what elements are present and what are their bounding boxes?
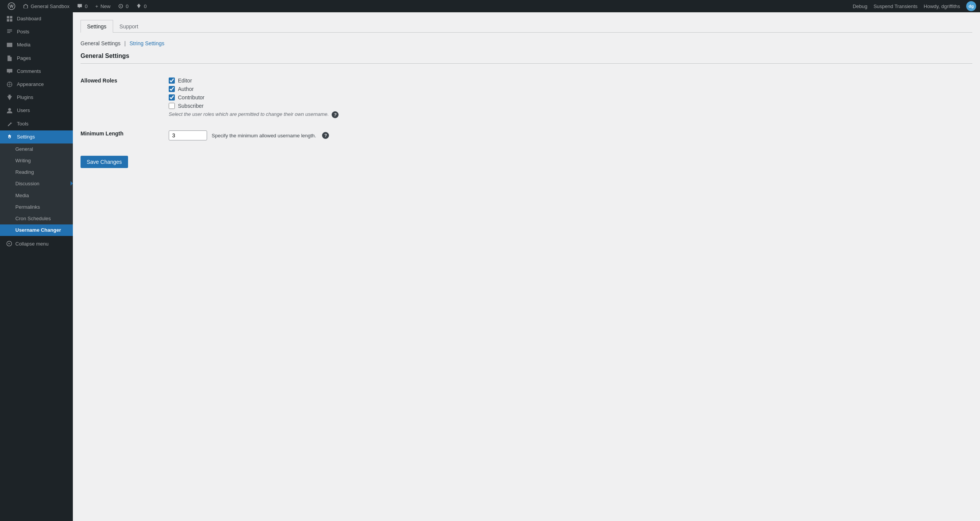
submenu-item-discussion[interactable]: Discussion [0, 178, 73, 190]
sidebar-label-posts: Posts [17, 28, 30, 35]
admin-bar: W General Sandbox 0 + New 0 0 Debug Susp… [0, 0, 980, 12]
admin-sidebar: Dashboard Posts Media Pages [0, 12, 73, 521]
role-subscriber-checkbox[interactable] [169, 103, 175, 109]
collapse-label: Collapse menu [15, 241, 49, 247]
minimum-length-label: Minimum Length [81, 124, 165, 147]
main-content: Settings Support General Settings | Stri… [73, 12, 980, 521]
tab-bar: Settings Support [81, 20, 972, 33]
admin-menu: Dashboard Posts Media Pages [0, 12, 73, 236]
role-author-checkbox[interactable] [169, 86, 175, 92]
minimum-length-help-icon[interactable]: ? [322, 132, 329, 139]
site-name: General Sandbox [31, 3, 69, 9]
save-changes-button[interactable]: Save Changes [81, 156, 128, 168]
comments-count: 0 [85, 3, 87, 9]
howdy-label: Howdy, dgriffiths [924, 3, 960, 9]
sidebar-label-media: Media [17, 41, 30, 48]
allowed-roles-help-icon[interactable]: ? [332, 111, 339, 118]
submenu-item-username-changer[interactable]: Username Changer [0, 224, 73, 236]
sidebar-item-dashboard[interactable]: Dashboard [0, 12, 73, 25]
sidebar-label-tools: Tools [17, 120, 28, 127]
minimum-length-input[interactable] [169, 130, 207, 140]
submenu-item-writing[interactable]: Writing [0, 155, 73, 167]
submenu-item-cron-schedules[interactable]: Cron Schedules [0, 213, 73, 224]
plugins-count: 0 [144, 3, 146, 9]
minimum-length-row: Minimum Length Specify the minimum allow… [81, 124, 972, 147]
roles-checkboxes: Editor Author Contributor [169, 77, 968, 109]
allowed-roles-label: Allowed Roles [81, 71, 165, 124]
breadcrumb-sep: | [124, 40, 126, 46]
sidebar-label-comments: Comments [17, 68, 41, 75]
avatar[interactable]: dg [966, 1, 976, 11]
allowed-roles-help: Select the user roles which are permitte… [169, 111, 968, 118]
collapse-menu-button[interactable]: Collapse menu [0, 236, 73, 251]
role-contributor-item[interactable]: Contributor [169, 94, 968, 101]
svg-rect-4 [7, 19, 9, 21]
minimum-length-wrap: Specify the minimum allowed username len… [169, 130, 968, 140]
sidebar-label-plugins: Plugins [17, 94, 33, 101]
main-wrap: Dashboard Posts Media Pages [0, 12, 980, 521]
role-subscriber-item[interactable]: Subscriber [169, 103, 968, 109]
svg-text:W: W [10, 4, 14, 8]
sidebar-item-users[interactable]: Users [0, 104, 73, 117]
settings-form: Allowed Roles Editor Author [81, 71, 972, 147]
site-name-button[interactable]: General Sandbox [19, 0, 73, 12]
breadcrumb-general: General Settings [81, 40, 120, 46]
new-content-button[interactable]: + New [91, 0, 114, 12]
sidebar-item-settings[interactable]: Settings General Writing Reading Discuss… [0, 130, 73, 236]
breadcrumb-string[interactable]: String Settings [130, 40, 164, 46]
role-contributor-label: Contributor [178, 94, 204, 101]
allowed-roles-row: Allowed Roles Editor Author [81, 71, 972, 124]
section-title: General Settings [81, 53, 972, 64]
sidebar-label-appearance: Appearance [17, 81, 44, 88]
updates-button[interactable]: 0 [114, 0, 132, 12]
submenu-item-reading[interactable]: Reading [0, 167, 73, 178]
content-wrap: Settings Support General Settings | Stri… [81, 20, 972, 168]
role-contributor-checkbox[interactable] [169, 94, 175, 101]
wp-logo-button[interactable]: W [4, 0, 19, 12]
tab-support[interactable]: Support [113, 20, 145, 33]
role-author-label: Author [178, 86, 194, 92]
role-author-item[interactable]: Author [169, 86, 968, 92]
svg-rect-6 [7, 43, 12, 47]
submenu-item-permalinks[interactable]: Permalinks [0, 201, 73, 213]
save-section: Save Changes [81, 156, 972, 168]
updates-count: 0 [126, 3, 128, 9]
settings-submenu: General Writing Reading Discussion Media… [0, 143, 73, 236]
role-editor-item[interactable]: Editor [169, 77, 968, 84]
sidebar-label-users: Users [17, 107, 30, 114]
svg-rect-3 [10, 16, 12, 18]
sidebar-label-pages: Pages [17, 55, 31, 62]
comments-button[interactable]: 0 [73, 0, 91, 12]
tab-settings[interactable]: Settings [81, 20, 113, 33]
svg-rect-2 [7, 16, 9, 18]
suspend-transients-button[interactable]: Suspend Transients [873, 3, 918, 9]
sidebar-item-media[interactable]: Media [0, 38, 73, 51]
sidebar-label-dashboard: Dashboard [17, 15, 41, 22]
minimum-length-help-text: Specify the minimum allowed username len… [212, 133, 316, 138]
role-subscriber-label: Subscriber [178, 103, 204, 109]
sidebar-item-appearance[interactable]: Appearance [0, 78, 73, 91]
role-editor-checkbox[interactable] [169, 77, 175, 84]
submenu-item-media[interactable]: Media [0, 190, 73, 201]
plugins-button[interactable]: 0 [132, 0, 150, 12]
sidebar-item-plugins[interactable]: Plugins [0, 91, 73, 104]
submenu-item-general[interactable]: General [0, 143, 73, 155]
sidebar-item-tools[interactable]: Tools [0, 117, 73, 130]
debug-button[interactable]: Debug [853, 3, 867, 9]
settings-breadcrumb: General Settings | String Settings [81, 40, 972, 46]
sidebar-item-posts[interactable]: Posts [0, 25, 73, 38]
svg-rect-5 [10, 19, 12, 21]
sidebar-item-comments[interactable]: Comments [0, 65, 73, 78]
role-editor-label: Editor [178, 77, 192, 84]
sidebar-label-settings: Settings [17, 134, 35, 140]
allowed-roles-field: Editor Author Contributor [165, 71, 972, 124]
sidebar-item-pages[interactable]: Pages [0, 52, 73, 65]
svg-point-9 [8, 108, 11, 111]
new-label: New [100, 3, 110, 9]
minimum-length-field: Specify the minimum allowed username len… [165, 124, 972, 147]
